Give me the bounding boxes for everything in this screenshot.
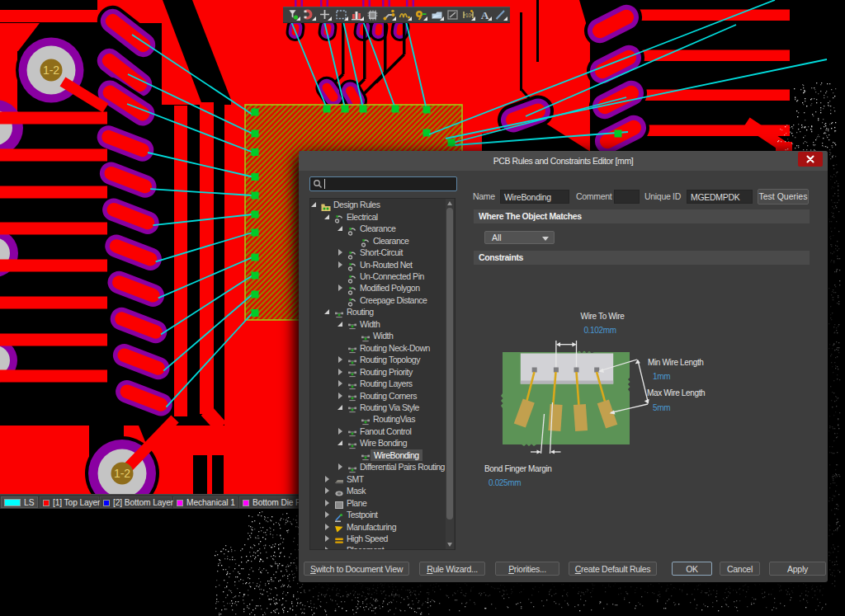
svg-text:1mm: 1mm xyxy=(653,372,670,381)
svg-text:1-2: 1-2 xyxy=(114,467,130,480)
svg-text:Bond Finger Margin: Bond Finger Margin xyxy=(484,464,552,473)
svg-text:10: 10 xyxy=(465,12,472,18)
svg-text:5mm: 5mm xyxy=(653,403,670,412)
svg-text:Min Wire Length: Min Wire Length xyxy=(648,358,704,367)
svg-text:1-2: 1-2 xyxy=(43,63,59,77)
svg-text:0.102mm: 0.102mm xyxy=(583,326,616,335)
svg-text:Max Wire Length: Max Wire Length xyxy=(647,388,705,397)
svg-text:A: A xyxy=(480,9,489,21)
svg-text:Wire To Wire: Wire To Wire xyxy=(581,312,625,321)
svg-text:0.025mm: 0.025mm xyxy=(489,478,521,487)
